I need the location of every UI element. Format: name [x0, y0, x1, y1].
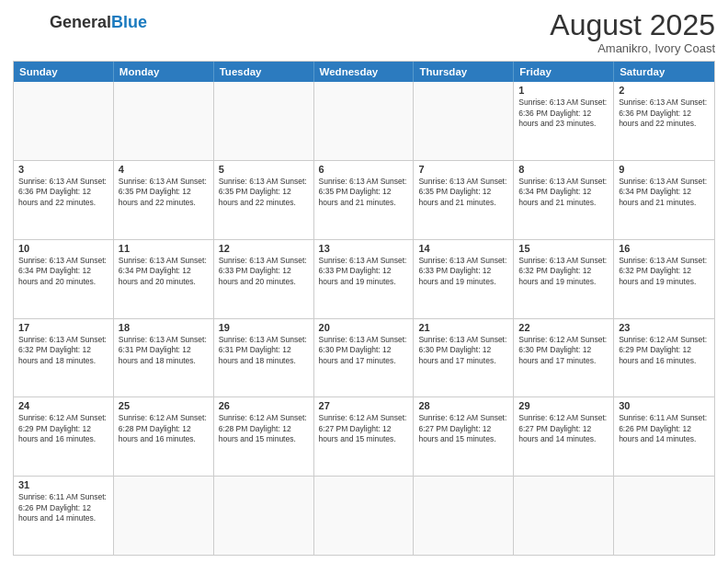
calendar-cell	[514, 477, 614, 555]
day-number: 20	[319, 322, 409, 333]
calendar: SundayMondayTuesdayWednesdayThursdayFrid…	[13, 61, 715, 556]
calendar-cell: 22Sunrise: 6:12 AM Sunset: 6:30 PM Dayli…	[514, 319, 614, 397]
day-info: Sunrise: 6:11 AM Sunset: 6:26 PM Dayligh…	[619, 413, 710, 444]
calendar-cell: 31Sunrise: 6:11 AM Sunset: 6:26 PM Dayli…	[14, 477, 114, 555]
day-info: Sunrise: 6:13 AM Sunset: 6:36 PM Dayligh…	[619, 98, 710, 129]
day-info: Sunrise: 6:13 AM Sunset: 6:36 PM Dayligh…	[18, 177, 108, 208]
calendar-cell: 7Sunrise: 6:13 AM Sunset: 6:35 PM Daylig…	[414, 161, 514, 239]
header-day-tuesday: Tuesday	[214, 62, 314, 82]
day-number: 28	[418, 400, 508, 411]
day-info: Sunrise: 6:13 AM Sunset: 6:35 PM Dayligh…	[418, 177, 508, 208]
day-info: Sunrise: 6:13 AM Sunset: 6:35 PM Dayligh…	[219, 177, 309, 208]
calendar-cell	[114, 477, 214, 555]
calendar-cell: 17Sunrise: 6:13 AM Sunset: 6:32 PM Dayli…	[14, 319, 114, 397]
calendar-cell: 21Sunrise: 6:13 AM Sunset: 6:30 PM Dayli…	[414, 319, 514, 397]
day-info: Sunrise: 6:13 AM Sunset: 6:32 PM Dayligh…	[18, 335, 108, 366]
day-info: Sunrise: 6:12 AM Sunset: 6:27 PM Dayligh…	[319, 413, 409, 444]
calendar-cell	[214, 82, 314, 160]
calendar-cell: 20Sunrise: 6:13 AM Sunset: 6:30 PM Dayli…	[314, 319, 415, 397]
calendar-cell: 10Sunrise: 6:13 AM Sunset: 6:34 PM Dayli…	[14, 240, 114, 318]
day-number: 17	[18, 322, 108, 333]
calendar-cell: 11Sunrise: 6:13 AM Sunset: 6:34 PM Dayli…	[114, 240, 214, 318]
logo: GeneralBlue	[13, 9, 147, 35]
calendar-cell: 3Sunrise: 6:13 AM Sunset: 6:36 PM Daylig…	[14, 161, 114, 239]
day-info: Sunrise: 6:13 AM Sunset: 6:33 PM Dayligh…	[319, 256, 409, 287]
calendar-cell	[214, 477, 314, 555]
day-number: 29	[518, 400, 609, 411]
day-info: Sunrise: 6:13 AM Sunset: 6:34 PM Dayligh…	[119, 256, 209, 287]
calendar-cell	[314, 477, 415, 555]
day-number: 30	[619, 400, 710, 411]
day-info: Sunrise: 6:13 AM Sunset: 6:32 PM Dayligh…	[619, 256, 710, 287]
day-number: 5	[219, 164, 309, 175]
day-number: 8	[518, 164, 609, 175]
day-number: 3	[18, 164, 108, 175]
day-info: Sunrise: 6:13 AM Sunset: 6:33 PM Dayligh…	[219, 256, 309, 287]
calendar-week-3: 17Sunrise: 6:13 AM Sunset: 6:32 PM Dayli…	[14, 318, 714, 397]
calendar-body: 1Sunrise: 6:13 AM Sunset: 6:36 PM Daylig…	[14, 82, 714, 555]
calendar-week-1: 3Sunrise: 6:13 AM Sunset: 6:36 PM Daylig…	[14, 160, 714, 239]
logo-text: GeneralBlue	[50, 13, 147, 32]
day-number: 12	[219, 243, 309, 254]
calendar-header: SundayMondayTuesdayWednesdayThursdayFrid…	[14, 62, 714, 82]
day-info: Sunrise: 6:13 AM Sunset: 6:30 PM Dayligh…	[319, 335, 409, 366]
calendar-cell: 12Sunrise: 6:13 AM Sunset: 6:33 PM Dayli…	[214, 240, 314, 318]
day-info: Sunrise: 6:12 AM Sunset: 6:29 PM Dayligh…	[619, 335, 710, 366]
day-info: Sunrise: 6:13 AM Sunset: 6:33 PM Dayligh…	[418, 256, 508, 287]
calendar-week-5: 31Sunrise: 6:11 AM Sunset: 6:26 PM Dayli…	[14, 476, 714, 555]
header-day-sunday: Sunday	[14, 62, 114, 82]
calendar-cell	[614, 477, 714, 555]
day-info: Sunrise: 6:13 AM Sunset: 6:30 PM Dayligh…	[418, 335, 508, 366]
title-block: August 2025 Amanikro, Ivory Coast	[550, 9, 715, 55]
calendar-cell: 13Sunrise: 6:13 AM Sunset: 6:33 PM Dayli…	[314, 240, 415, 318]
day-number: 11	[119, 243, 209, 254]
calendar-cell: 1Sunrise: 6:13 AM Sunset: 6:36 PM Daylig…	[514, 82, 614, 160]
day-number: 22	[518, 322, 609, 333]
day-info: Sunrise: 6:13 AM Sunset: 6:34 PM Dayligh…	[18, 256, 108, 287]
calendar-cell: 15Sunrise: 6:13 AM Sunset: 6:32 PM Dayli…	[514, 240, 614, 318]
calendar-cell: 5Sunrise: 6:13 AM Sunset: 6:35 PM Daylig…	[214, 161, 314, 239]
header-day-wednesday: Wednesday	[314, 62, 415, 82]
calendar-cell	[414, 82, 514, 160]
day-number: 14	[418, 243, 508, 254]
day-number: 25	[119, 400, 209, 411]
day-number: 2	[619, 85, 710, 96]
calendar-cell	[114, 82, 214, 160]
day-info: Sunrise: 6:12 AM Sunset: 6:30 PM Dayligh…	[518, 335, 609, 366]
day-number: 9	[619, 164, 710, 175]
day-number: 18	[119, 322, 209, 333]
day-number: 4	[119, 164, 209, 175]
day-info: Sunrise: 6:12 AM Sunset: 6:27 PM Dayligh…	[518, 413, 609, 444]
header: GeneralBlue August 2025 Amanikro, Ivory …	[13, 9, 715, 55]
day-info: Sunrise: 6:13 AM Sunset: 6:31 PM Dayligh…	[119, 335, 209, 366]
calendar-cell: 30Sunrise: 6:11 AM Sunset: 6:26 PM Dayli…	[614, 397, 714, 476]
day-number: 7	[418, 164, 508, 175]
calendar-cell: 19Sunrise: 6:13 AM Sunset: 6:31 PM Dayli…	[214, 319, 314, 397]
day-info: Sunrise: 6:13 AM Sunset: 6:36 PM Dayligh…	[518, 98, 609, 129]
calendar-cell: 25Sunrise: 6:12 AM Sunset: 6:28 PM Dayli…	[114, 397, 214, 476]
day-number: 31	[18, 479, 108, 490]
calendar-cell: 24Sunrise: 6:12 AM Sunset: 6:29 PM Dayli…	[14, 397, 114, 476]
calendar-cell: 14Sunrise: 6:13 AM Sunset: 6:33 PM Dayli…	[414, 240, 514, 318]
header-day-saturday: Saturday	[614, 62, 714, 82]
calendar-cell	[14, 82, 114, 160]
calendar-cell: 4Sunrise: 6:13 AM Sunset: 6:35 PM Daylig…	[114, 161, 214, 239]
calendar-cell: 29Sunrise: 6:12 AM Sunset: 6:27 PM Dayli…	[514, 397, 614, 476]
calendar-cell: 9Sunrise: 6:13 AM Sunset: 6:34 PM Daylig…	[614, 161, 714, 239]
day-number: 21	[418, 322, 508, 333]
calendar-cell	[414, 477, 514, 555]
day-number: 10	[18, 243, 108, 254]
calendar-cell: 2Sunrise: 6:13 AM Sunset: 6:36 PM Daylig…	[614, 82, 714, 160]
day-info: Sunrise: 6:13 AM Sunset: 6:34 PM Dayligh…	[518, 177, 609, 208]
day-info: Sunrise: 6:12 AM Sunset: 6:28 PM Dayligh…	[219, 413, 309, 444]
day-number: 13	[319, 243, 409, 254]
calendar-cell: 18Sunrise: 6:13 AM Sunset: 6:31 PM Dayli…	[114, 319, 214, 397]
location: Amanikro, Ivory Coast	[550, 41, 715, 55]
calendar-week-4: 24Sunrise: 6:12 AM Sunset: 6:29 PM Dayli…	[14, 396, 714, 476]
day-info: Sunrise: 6:12 AM Sunset: 6:28 PM Dayligh…	[119, 413, 209, 444]
day-info: Sunrise: 6:13 AM Sunset: 6:35 PM Dayligh…	[319, 177, 409, 208]
calendar-week-2: 10Sunrise: 6:13 AM Sunset: 6:34 PM Dayli…	[14, 239, 714, 318]
day-number: 23	[619, 322, 710, 333]
calendar-cell: 6Sunrise: 6:13 AM Sunset: 6:35 PM Daylig…	[314, 161, 415, 239]
header-day-monday: Monday	[114, 62, 214, 82]
